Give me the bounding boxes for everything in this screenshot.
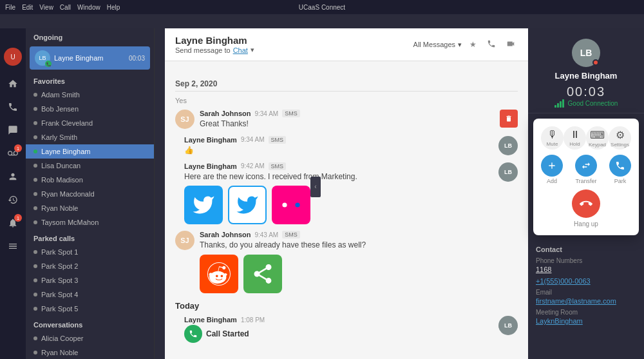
- message-type-badge: SMS: [269, 136, 287, 144]
- profile-name: Layne Bingham: [555, 71, 618, 81]
- ongoing-timer: 00:03: [129, 55, 145, 62]
- message-type-badge: SMS: [282, 231, 300, 238]
- phone-call-icon: [189, 329, 198, 338]
- twitter-image: [184, 186, 223, 224]
- flickr-image: [272, 186, 310, 224]
- dropdown-chevron[interactable]: ▾: [251, 46, 254, 54]
- video-header-button[interactable]: [504, 37, 518, 53]
- hangup-button[interactable]: [572, 189, 600, 218]
- message-meta: Sarah Johnson 9:43 AM SMS: [200, 231, 509, 238]
- add-call-button[interactable]: Add: [541, 155, 563, 184]
- contact-rob-madison[interactable]: Rob Madison: [26, 173, 154, 187]
- mute-icon: 🎙: [547, 129, 558, 141]
- conv-alicia-cooper[interactable]: Alicia Cooper: [26, 331, 154, 345]
- all-messages-button[interactable]: All Messages ▾: [413, 41, 462, 49]
- status-dot: [33, 220, 37, 224]
- phone-header-button[interactable]: [484, 37, 498, 53]
- phone-full-value[interactable]: +1(555)000-0063: [536, 277, 636, 285]
- ongoing-call-item[interactable]: LB 📞 Layne Bingham 00:03: [30, 46, 150, 70]
- park-phone-icon: [615, 160, 625, 171]
- park-spot-2[interactable]: Park Spot 2: [26, 259, 154, 273]
- hold-button[interactable]: ⏸ Hold: [564, 126, 586, 150]
- conv-ryan-noble[interactable]: Ryan Noble: [26, 345, 154, 359]
- transfer-button[interactable]: Transfer: [575, 155, 597, 184]
- park-spot-1[interactable]: Park Spot 1: [26, 245, 154, 259]
- delete-message-button[interactable]: [500, 110, 518, 128]
- favorites-header: Favorites: [26, 72, 154, 88]
- reddit-icon-svg: [206, 261, 232, 287]
- contact-lisa-duncan[interactable]: Lisa Duncan: [26, 159, 154, 173]
- message-content: Layne Bingham 9:42 AM SMS Here are the n…: [184, 162, 493, 225]
- menu-window[interactable]: Window: [77, 4, 100, 11]
- contact-layne-bingham[interactable]: Layne Bingham: [26, 144, 154, 159]
- message-time: 9:42 AM: [241, 162, 265, 170]
- profile-avatar: LB: [572, 39, 600, 67]
- contact-bob-jensen[interactable]: Bob Jensen: [26, 102, 154, 116]
- status-dot: [33, 206, 37, 210]
- status-dot: [33, 93, 37, 97]
- phone-indicator: 📞: [45, 61, 52, 67]
- yes-text: Yes: [175, 97, 518, 104]
- park-button[interactable]: Park: [609, 155, 631, 184]
- contact-taysom-mcmahon[interactable]: Taysom McMahon: [26, 215, 154, 229]
- status-dot: [33, 121, 37, 125]
- signal-bar-2: [557, 103, 559, 108]
- voicemail-badge: 1: [14, 144, 22, 152]
- contacts-nav[interactable]: [3, 166, 23, 187]
- hangup-label-text: Hang up: [541, 220, 631, 228]
- menu-view[interactable]: View: [39, 4, 53, 11]
- contact-adam-smith[interactable]: Adam Smith: [26, 88, 154, 102]
- star-button[interactable]: ★: [467, 37, 479, 52]
- contact-ryan-noble[interactable]: Ryan Noble: [26, 201, 154, 215]
- message-sender: Sarah Johnson: [200, 110, 251, 117]
- more-nav[interactable]: [3, 236, 23, 257]
- share-icon-svg: [251, 262, 274, 286]
- menu-help[interactable]: Help: [107, 4, 120, 11]
- status-dot: [33, 351, 37, 354]
- user-avatar[interactable]: U: [4, 48, 22, 66]
- email-label: Email: [536, 289, 636, 296]
- signal-bar-1: [554, 105, 556, 108]
- park-spot-4[interactable]: Park Spot 4: [26, 287, 154, 302]
- notifications-badge: 1: [14, 214, 22, 222]
- park-spot-3[interactable]: Park Spot 3: [26, 273, 154, 287]
- chat-channel-link[interactable]: Chat: [233, 46, 248, 54]
- email-value[interactable]: firstname@lastname.com: [536, 297, 636, 305]
- voicemail-nav[interactable]: 1: [3, 143, 23, 164]
- menu-edit[interactable]: Edit: [22, 4, 33, 11]
- park-spot-5[interactable]: Park Spot 5: [26, 302, 154, 316]
- status-dot: [33, 192, 37, 196]
- settings-button[interactable]: ⚙ Settings: [609, 126, 631, 150]
- phone-nav[interactable]: [3, 97, 23, 117]
- message-sender: Sarah Johnson: [200, 231, 251, 238]
- video-header-icon: [506, 39, 515, 48]
- add-label: Add: [547, 178, 557, 184]
- keypad-button[interactable]: ⌨ Keypad: [586, 126, 609, 150]
- status-dot: [33, 107, 37, 111]
- settings-label: Settings: [611, 142, 629, 148]
- menu-call[interactable]: Call: [60, 4, 71, 11]
- hangup-row: [541, 189, 631, 218]
- message-meta: Layne Bingham 9:34 AM SMS: [184, 136, 493, 144]
- flickr-dots-icon: [279, 199, 303, 211]
- connection-text: Good Connection: [568, 100, 618, 107]
- contact-karly-smith[interactable]: Karly Smith: [26, 130, 154, 144]
- chat-nav[interactable]: [3, 120, 23, 141]
- notifications-nav[interactable]: 1: [3, 213, 23, 233]
- meeting-room-value[interactable]: LayknBingham: [536, 317, 636, 325]
- mute-button[interactable]: 🎙 Mute: [541, 126, 564, 150]
- transfer-label: Transfer: [575, 178, 596, 184]
- history-nav[interactable]: [3, 189, 23, 210]
- phone-ext-value[interactable]: 1168: [536, 266, 636, 273]
- contact-details: Contact Phone Numbers 1168 +1(555)000-00…: [528, 240, 644, 359]
- phone-numbers-label: Phone Numbers: [536, 257, 636, 264]
- ongoing-contact-name: Layne Bingham: [54, 54, 125, 62]
- collapse-sidebar-button[interactable]: ‹: [310, 177, 321, 197]
- contact-frank-cleveland[interactable]: Frank Cleveland: [26, 116, 154, 130]
- home-nav[interactable]: [3, 73, 23, 94]
- status-dot: [33, 250, 37, 254]
- contact-ryan-macdonald[interactable]: Ryan Macdonald: [26, 187, 154, 201]
- signal-bar-4: [562, 99, 564, 108]
- chat-contact-name: Layne Bingham: [175, 35, 254, 46]
- menu-file[interactable]: File: [5, 4, 15, 11]
